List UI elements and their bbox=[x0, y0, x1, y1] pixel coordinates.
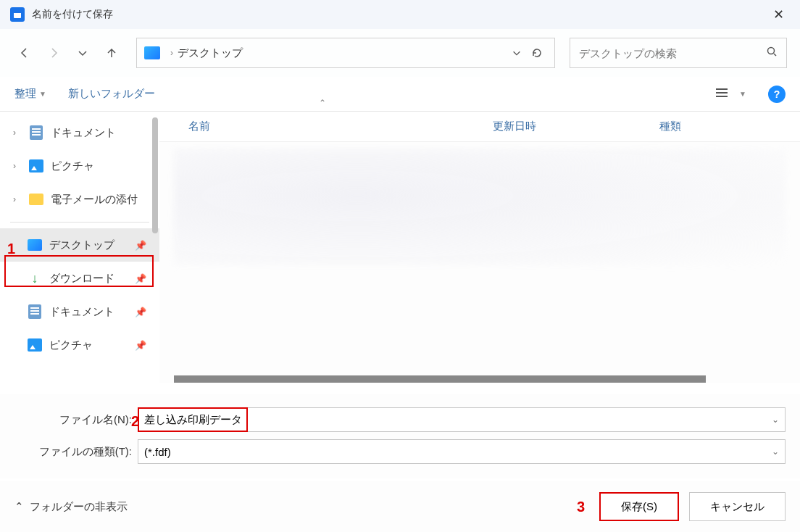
chevron-up-icon: ⌃ bbox=[14, 500, 24, 513]
nav-row: › デスクトップ bbox=[0, 29, 800, 77]
window-title: 名前を付けて保存 bbox=[32, 8, 767, 21]
svg-point-2 bbox=[768, 48, 775, 54]
file-pane: 名前 ⌃ 更新日時 種類 bbox=[159, 112, 800, 394]
forward-button[interactable] bbox=[42, 41, 65, 65]
sidebar-item-email[interactable]: › 電子メールの添付 bbox=[0, 183, 159, 216]
address-dropdown[interactable] bbox=[507, 48, 527, 58]
svg-line-3 bbox=[774, 54, 776, 56]
chevron-right-icon[interactable]: › bbox=[13, 194, 22, 204]
toolbar: 整理▼ 新しいフォルダー ▼ ? bbox=[0, 77, 800, 112]
column-name[interactable]: 名前 ⌃ bbox=[188, 120, 493, 133]
title-bar: 名前を付けて保存 ✕ bbox=[0, 0, 800, 29]
document-icon bbox=[29, 125, 43, 140]
new-folder-button[interactable]: 新しいフォルダー bbox=[68, 87, 155, 101]
footer: ⌃ フォルダーの非表示 3 保存(S) キャンセル bbox=[0, 481, 800, 532]
column-headers: 名前 ⌃ 更新日時 種類 bbox=[159, 112, 800, 142]
pin-icon[interactable]: 📌 bbox=[135, 340, 146, 351]
sidebar-item-label: 電子メールの添付 bbox=[51, 193, 138, 207]
sidebar-scrollbar[interactable] bbox=[151, 112, 159, 394]
sidebar-item-documents-2[interactable]: ドキュメント 📌 bbox=[0, 295, 159, 328]
save-button[interactable]: 保存(S) bbox=[599, 492, 679, 521]
file-list[interactable] bbox=[159, 142, 800, 383]
horizontal-scrollbar[interactable] bbox=[174, 375, 706, 383]
filename-label: ファイル名(N): 2 bbox=[14, 413, 138, 427]
document-icon bbox=[28, 304, 42, 319]
sidebar-item-documents[interactable]: › ドキュメント bbox=[0, 116, 159, 149]
chevron-down-icon[interactable]: ⌄ bbox=[772, 446, 779, 457]
folder-icon bbox=[29, 192, 43, 207]
sidebar: › ドキュメント › ピクチャ › 電子メールの添付 デスクトップ 📌 ↓ ダウ… bbox=[0, 112, 159, 394]
filetype-select[interactable]: (*.fdf) ⌄ bbox=[138, 439, 786, 464]
cancel-button[interactable]: キャンセル bbox=[689, 492, 786, 521]
chevron-right-icon[interactable]: › bbox=[13, 161, 22, 171]
view-mode-button[interactable] bbox=[714, 87, 729, 101]
app-icon bbox=[10, 7, 25, 22]
sidebar-item-desktop[interactable]: デスクトップ 📌 bbox=[0, 228, 159, 262]
download-icon: ↓ bbox=[28, 271, 42, 286]
sidebar-item-pictures[interactable]: › ピクチャ bbox=[0, 149, 159, 183]
folder-icon bbox=[144, 46, 160, 59]
hide-folders-toggle[interactable]: ⌃ フォルダーの非表示 bbox=[14, 500, 128, 514]
organize-menu[interactable]: 整理▼ bbox=[14, 87, 46, 101]
sidebar-item-label: ダウンロード bbox=[49, 272, 114, 286]
desktop-icon bbox=[28, 238, 42, 252]
breadcrumb-current[interactable]: デスクトップ bbox=[178, 46, 243, 60]
filetype-label: ファイルの種類(T): bbox=[14, 445, 138, 459]
view-controls: ▼ bbox=[714, 87, 746, 101]
svg-rect-1 bbox=[14, 11, 21, 13]
refresh-button[interactable] bbox=[527, 47, 547, 59]
annotation-3: 3 bbox=[577, 499, 585, 515]
filename-form: ファイル名(N): 2 差し込み印刷データ ⌄ ファイルの種類(T): (*.f… bbox=[0, 394, 800, 478]
sidebar-divider bbox=[10, 222, 149, 223]
search-input[interactable] bbox=[579, 47, 766, 59]
address-bar[interactable]: › デスクトップ bbox=[136, 38, 555, 68]
pin-icon[interactable]: 📌 bbox=[135, 273, 146, 284]
breadcrumb-sep: › bbox=[170, 48, 173, 58]
pin-icon[interactable]: 📌 bbox=[135, 307, 146, 317]
sidebar-item-downloads[interactable]: ↓ ダウンロード 📌 bbox=[0, 262, 159, 295]
sort-indicator-icon: ⌃ bbox=[319, 98, 326, 108]
picture-icon bbox=[29, 159, 43, 173]
back-button[interactable] bbox=[13, 41, 36, 65]
close-button[interactable]: ✕ bbox=[767, 4, 790, 25]
chevron-right-icon[interactable]: › bbox=[13, 128, 22, 138]
filename-input[interactable]: 差し込み印刷データ ⌄ bbox=[138, 407, 786, 432]
column-type[interactable]: 種類 bbox=[659, 120, 681, 133]
help-button[interactable]: ? bbox=[768, 86, 786, 103]
recent-dropdown[interactable] bbox=[71, 41, 94, 65]
pin-icon[interactable]: 📌 bbox=[135, 240, 146, 251]
sidebar-item-label: ドキュメント bbox=[49, 305, 114, 319]
column-date[interactable]: 更新日時 bbox=[493, 120, 659, 133]
search-box[interactable] bbox=[570, 38, 787, 68]
view-dropdown[interactable]: ▼ bbox=[739, 90, 746, 98]
sidebar-item-label: ピクチャ bbox=[51, 159, 94, 173]
annotation-1: 1 bbox=[7, 241, 15, 257]
annotation-2: 2 bbox=[131, 413, 139, 430]
sidebar-item-pictures-2[interactable]: ピクチャ 📌 bbox=[0, 328, 159, 362]
up-button[interactable] bbox=[100, 41, 123, 65]
search-icon[interactable] bbox=[766, 46, 778, 60]
sidebar-item-label: ピクチャ bbox=[49, 338, 93, 352]
sidebar-item-label: デスクトップ bbox=[49, 238, 114, 252]
chevron-down-icon[interactable]: ⌄ bbox=[772, 415, 779, 425]
picture-icon bbox=[28, 338, 42, 352]
body: › ドキュメント › ピクチャ › 電子メールの添付 デスクトップ 📌 ↓ ダウ… bbox=[0, 112, 800, 394]
sidebar-item-label: ドキュメント bbox=[51, 126, 116, 140]
